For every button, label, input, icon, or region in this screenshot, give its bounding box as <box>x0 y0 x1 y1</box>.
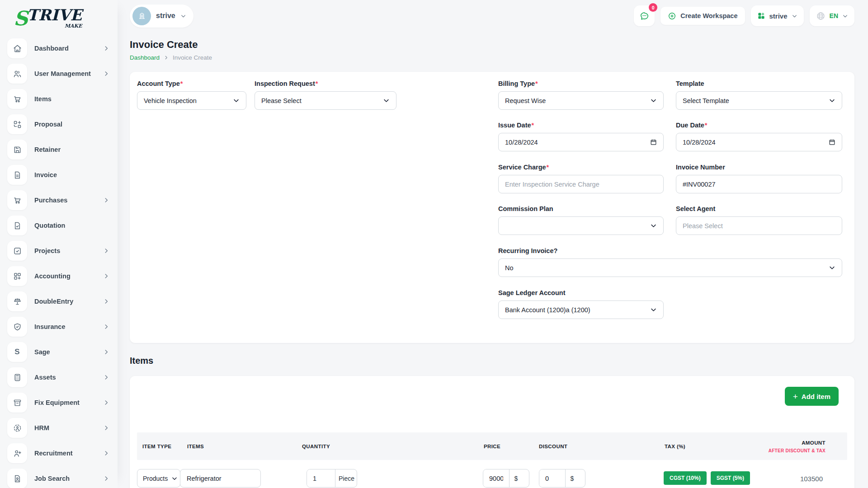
service-charge-input[interactable] <box>498 175 664 193</box>
sidebar-item-assets[interactable]: Assets <box>7 367 110 387</box>
amount-subheader: AFTER DISCOUNT & TAX <box>769 448 826 453</box>
column-header-tax: TAX (%) <box>665 444 685 449</box>
sidebar-item-label: Proposal <box>34 121 110 128</box>
messages-button[interactable]: 0 <box>634 5 655 26</box>
service-charge-field: Service Charge* <box>498 164 664 193</box>
calendar-icon <box>829 139 835 145</box>
sidebar-item-user-management[interactable]: User Management <box>7 64 110 84</box>
select-agent-input[interactable] <box>676 216 842 235</box>
table-row-price-group: $ <box>483 469 529 488</box>
account-menu[interactable]: strive <box>751 5 804 26</box>
chevron-right-icon <box>103 45 109 52</box>
column-header-amount: AMOUNT AFTER DISCOUNT & TAX <box>769 440 826 453</box>
billing-type-select[interactable]: Request Wise <box>498 91 664 110</box>
breadcrumb: Dashboard Invoice Create <box>130 54 854 61</box>
sidebar-item-quotation[interactable]: Quotation <box>7 216 110 235</box>
price-input[interactable] <box>483 469 509 487</box>
recurring-invoice-select[interactable]: No <box>498 258 842 277</box>
inspection-request-select[interactable]: Please Select <box>255 91 396 110</box>
account-type-label: Account Type <box>137 80 180 87</box>
chat-bubble-icon <box>639 11 650 21</box>
service-charge-label: Service Charge <box>498 164 546 171</box>
sidebar-item-insurance[interactable]: Insurance <box>7 317 110 337</box>
sidebar-item-dashboard[interactable]: Dashboard <box>7 38 110 58</box>
issue-date-input[interactable]: 10/28/2024 <box>498 133 664 151</box>
required-asterisk: * <box>532 122 534 129</box>
sage-ledger-account-label: Sage Ledger Account <box>498 289 566 296</box>
account-type-select[interactable]: Vehicle Inspection <box>137 91 246 110</box>
column-header-items: ITEMS <box>187 444 204 449</box>
sidebar-item-label: DoubleEntry <box>34 298 103 305</box>
app-logo[interactable]: S TRIVE MAKE <box>0 0 118 28</box>
sidebar-item-items[interactable]: Items <box>7 89 110 109</box>
chevron-right-icon <box>164 55 169 60</box>
commission-plan-select[interactable] <box>498 216 664 235</box>
workspace-avatar-building-icon <box>132 7 151 25</box>
chevron-down-icon <box>383 97 390 104</box>
notification-badge: 0 <box>649 3 657 12</box>
add-item-button[interactable]: + Add item <box>785 387 839 406</box>
column-header-discount: DISCOUNT <box>539 444 567 449</box>
sidebar-item-purchases[interactable]: Purchases <box>7 190 110 210</box>
required-asterisk: * <box>180 80 183 87</box>
discount-currency: $ <box>565 469 579 487</box>
scale-icon <box>7 291 27 311</box>
tax-badge-cgst[interactable]: CGST (10%) <box>664 471 707 485</box>
issue-date-field: Issue Date* 10/28/2024 <box>498 122 664 151</box>
sidebar-item-proposal[interactable]: Proposal <box>7 114 110 134</box>
sidebar-item-retainer[interactable]: Retainer <box>7 140 110 160</box>
table-row-discount-group: $ <box>539 469 585 488</box>
sidebar-item-doubleentry[interactable]: DoubleEntry <box>7 291 110 311</box>
page-content: Invoice Create Dashboard Invoice Create … <box>118 32 868 488</box>
chevron-right-icon <box>103 475 109 482</box>
billing-type-field: Billing Type* Request Wise <box>498 80 664 110</box>
cart-icon <box>7 190 27 210</box>
plus-circle-icon <box>668 12 676 20</box>
calendar-icon <box>650 139 657 145</box>
document-person-icon <box>7 469 27 488</box>
sidebar-item-accounting[interactable]: Accounting <box>7 266 110 286</box>
chevron-right-icon <box>103 298 109 305</box>
main-area: strive 0 Create Workspace strive <box>118 0 868 488</box>
commission-plan-label: Commission Plan <box>498 205 553 212</box>
sidebar-item-invoice[interactable]: Invoice <box>7 165 110 185</box>
chevron-down-icon <box>792 13 797 19</box>
chevron-right-icon <box>103 273 109 279</box>
due-date-field: Due Date* 10/28/2024 <box>676 122 842 151</box>
sage-ledger-account-select[interactable]: Bank Account (1200)a (1200) <box>498 300 664 319</box>
sidebar-item-fix-equipment[interactable]: Fix Equipment <box>7 393 110 413</box>
select-agent-field: Select Agent <box>676 205 842 235</box>
items-table-header: ITEM TYPE ITEMS QUANTITY PRICE DISCOUNT … <box>137 432 847 460</box>
create-workspace-button[interactable]: Create Workspace <box>660 7 745 25</box>
table-row-item-name-input[interactable] <box>180 469 261 488</box>
breadcrumb-current: Invoice Create <box>173 54 212 61</box>
account-name: strive <box>769 12 788 20</box>
due-date-label: Due Date <box>676 122 704 129</box>
table-row-item-type-select[interactable]: Products <box>137 469 180 488</box>
inspection-request-field: Inspection Request* Please Select <box>255 80 396 110</box>
chevron-right-icon <box>103 70 109 77</box>
person-plus-icon <box>7 443 27 463</box>
required-asterisk: * <box>316 80 318 87</box>
invoice-form-card: Account Type* Vehicle Inspection Inspect… <box>130 72 854 343</box>
sidebar-item-job-search[interactable]: Job Search <box>7 469 110 488</box>
sidebar-item-sage[interactable]: S Sage <box>7 342 110 362</box>
sidebar-item-label: Retainer <box>34 146 110 153</box>
sidebar-item-projects[interactable]: Projects <box>7 241 110 261</box>
document-icon <box>7 165 27 185</box>
template-label: Template <box>676 80 704 87</box>
sage-ledger-account-field: Sage Ledger Account Bank Account (1200)a… <box>498 289 664 319</box>
breadcrumb-dashboard-link[interactable]: Dashboard <box>130 54 160 61</box>
sidebar-item-hrm[interactable]: HRM <box>7 418 110 438</box>
quantity-input[interactable] <box>307 469 335 487</box>
discount-input[interactable] <box>539 469 565 487</box>
chevron-right-icon <box>103 399 109 406</box>
workspace-selector[interactable]: strive <box>130 5 193 28</box>
sidebar-item-recruitment[interactable]: Recruitment <box>7 443 110 463</box>
tax-badge-sgst[interactable]: SGST (5%) <box>711 471 750 485</box>
template-select[interactable]: Select Template <box>676 91 842 110</box>
due-date-input[interactable]: 10/28/2024 <box>676 133 842 151</box>
language-selector[interactable]: EN <box>810 5 854 26</box>
chevron-down-icon <box>180 13 186 19</box>
invoice-number-input[interactable] <box>676 175 842 193</box>
